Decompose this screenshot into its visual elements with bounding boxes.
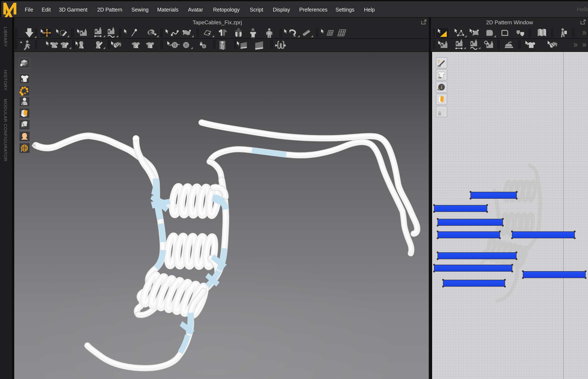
svg-text:i: i bbox=[441, 84, 442, 90]
